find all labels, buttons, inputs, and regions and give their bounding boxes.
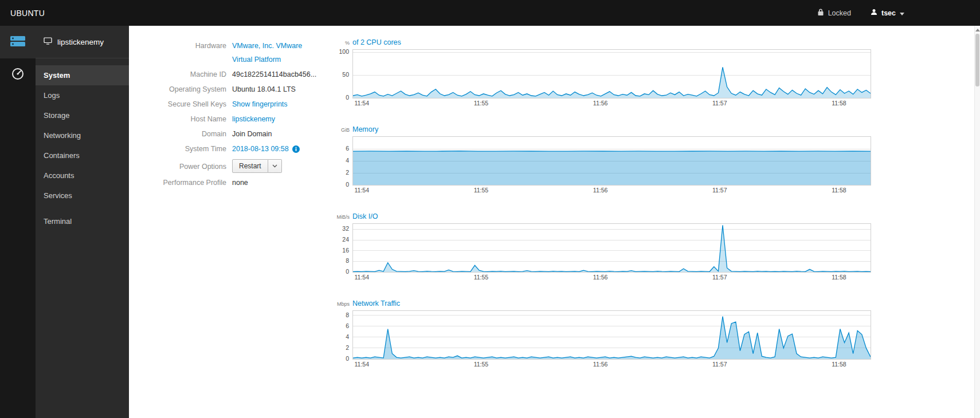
x-axis-tick: 11:54 — [355, 361, 370, 368]
scroll-up-arrow[interactable] — [975, 27, 980, 32]
cpu-unit-label: % — [335, 40, 352, 46]
monitor-icon — [44, 37, 52, 46]
nav-item-containers[interactable]: Containers — [36, 145, 129, 165]
x-axis-tick: 11:58 — [832, 187, 846, 194]
hardware-link[interactable]: VMware, Inc. VMwareVirtual Platform — [232, 41, 335, 65]
ssh-keys-label: Secure Shell Keys — [129, 100, 232, 109]
scrollbar-thumb[interactable] — [975, 34, 979, 86]
restart-button[interactable]: Restart — [232, 159, 268, 173]
y-axis-tick: 100 — [339, 48, 349, 55]
nav-item-storage[interactable]: Storage — [36, 105, 129, 125]
show-fingerprints-link[interactable]: Show fingerprints — [232, 100, 288, 108]
y-axis-tick: 8 — [346, 257, 349, 264]
power-split-button: Restart — [232, 159, 282, 173]
x-axis-tick: 11:57 — [712, 361, 727, 368]
y-axis-tick: 50 — [342, 71, 349, 78]
disk-io-chart-link[interactable]: Disk I/O — [352, 212, 378, 220]
y-axis-tick: 16 — [342, 247, 349, 254]
disk-io-chart: MiB/s Disk I/O 08162432 11:5411:5511:561… — [335, 212, 871, 283]
vertical-scrollbar[interactable] — [974, 26, 980, 418]
network-unit-label: Mbps — [335, 301, 352, 307]
top-navbar: UBUNTU Locked tsec — [0, 0, 980, 26]
hardware-value-line1: VMware, Inc. VMware — [232, 41, 335, 51]
hardware-row: Hardware VMware, Inc. VMwareVirtual Plat… — [129, 38, 335, 67]
dashboard-gauge-icon-tile[interactable] — [0, 58, 36, 91]
x-axis-tick: 11:58 — [832, 100, 846, 107]
chart-canvas — [353, 50, 871, 98]
topbar-right-group: Locked tsec — [818, 9, 980, 18]
nav-item-system[interactable]: System — [36, 65, 129, 85]
machine-icon-strip — [0, 26, 36, 418]
os-row: Operating System Ubuntu 18.04.1 LTS — [129, 82, 335, 97]
locked-label: Locked — [828, 9, 851, 17]
memory-y-axis: 0246 — [335, 136, 352, 186]
disk-io-x-axis: 11:5411:5511:5611:5711:58 — [352, 274, 871, 283]
y-axis-tick: 0 — [346, 94, 349, 101]
nav-item-terminal[interactable]: Terminal — [36, 211, 129, 231]
system-page: Hardware VMware, Inc. VMwareVirtual Plat… — [129, 26, 980, 418]
os-label: Operating System — [129, 85, 232, 94]
cpu-plot-area — [352, 49, 871, 98]
gauge-icon — [11, 67, 25, 83]
machine-id-label: Machine ID — [129, 70, 232, 80]
x-axis-tick: 11:54 — [355, 100, 370, 107]
memory-chart-link[interactable]: Memory — [352, 125, 378, 133]
user-menu[interactable]: tsec — [871, 9, 904, 17]
hardware-label: Hardware — [129, 41, 232, 51]
system-time-link[interactable]: 2018-08-13 09:58 — [232, 144, 289, 154]
nav-item-networking[interactable]: Networking — [36, 125, 129, 145]
nav-item-accounts[interactable]: Accounts — [36, 165, 129, 186]
system-info-panel: Hardware VMware, Inc. VMwareVirtual Plat… — [129, 38, 335, 190]
brand-logo: UBUNTU — [0, 9, 45, 18]
y-axis-tick: 8 — [346, 311, 349, 318]
server-icon — [9, 35, 26, 50]
x-axis-tick: 11:54 — [355, 187, 370, 194]
host-header: lipstickenemy — [36, 26, 129, 58]
ssh-keys-row: Secure Shell Keys Show fingerprints — [129, 97, 335, 112]
hardware-value-line2: Virtual Platform — [232, 55, 335, 65]
restart-dropdown-button[interactable] — [268, 159, 282, 173]
performance-profile-row: Performance Profile none — [129, 175, 335, 190]
memory-x-axis: 11:5411:5511:5611:5711:58 — [352, 187, 871, 196]
x-axis-tick: 11:57 — [712, 187, 727, 194]
join-domain-action[interactable]: Join Domain — [232, 129, 335, 139]
cpu-chart-link[interactable]: of 2 CPU cores — [352, 38, 401, 46]
network-chart-link[interactable]: Network Traffic — [352, 299, 400, 307]
x-axis-tick: 11:55 — [474, 274, 489, 281]
hostname-link[interactable]: lipstickenemy — [232, 115, 275, 123]
chart-canvas — [353, 311, 871, 359]
domain-row: Domain Join Domain — [129, 127, 335, 141]
performance-profile-value: none — [232, 178, 335, 188]
system-time-label: System Time — [129, 144, 232, 154]
power-options-row: Power Options Restart — [129, 156, 335, 175]
y-axis-tick: 4 — [346, 333, 349, 340]
machine-id-row: Machine ID 49c1822514114bacb456... — [129, 67, 335, 82]
y-axis-tick: 2 — [346, 344, 349, 351]
y-axis-tick: 0 — [346, 268, 349, 275]
network-plot-area — [352, 310, 871, 360]
performance-profile-label: Performance Profile — [129, 178, 232, 188]
user-name: tsec — [881, 9, 896, 17]
locked-indicator[interactable]: Locked — [818, 9, 851, 18]
y-axis-tick: 6 — [346, 145, 349, 152]
x-axis-tick: 11:56 — [593, 274, 608, 281]
x-axis-tick: 11:58 — [832, 361, 846, 368]
cpu-y-axis: 050100 — [335, 49, 352, 98]
machine-server-icon-tile[interactable] — [0, 26, 36, 58]
memory-chart: GiB Memory 0246 11:5411:5511:5611:5711:5… — [335, 125, 871, 196]
x-axis-tick: 11:56 — [593, 361, 608, 368]
chart-canvas — [353, 137, 871, 185]
y-axis-tick: 0 — [346, 181, 349, 188]
x-axis-tick: 11:58 — [832, 274, 846, 281]
machine-id-value: 49c1822514114bacb456... — [232, 70, 335, 80]
nav-items: System Logs Storage Networking Container… — [36, 58, 129, 231]
host-name: lipstickenemy — [57, 38, 104, 46]
user-icon — [871, 9, 877, 17]
system-time-row: System Time 2018-08-13 09:58 — [129, 141, 335, 156]
os-value: Ubuntu 18.04.1 LTS — [232, 85, 335, 94]
nav-item-logs[interactable]: Logs — [36, 85, 129, 105]
y-axis-tick: 4 — [346, 157, 349, 164]
info-icon[interactable] — [292, 145, 300, 153]
y-axis-tick: 32 — [342, 225, 349, 232]
nav-item-services[interactable]: Services — [36, 186, 129, 206]
